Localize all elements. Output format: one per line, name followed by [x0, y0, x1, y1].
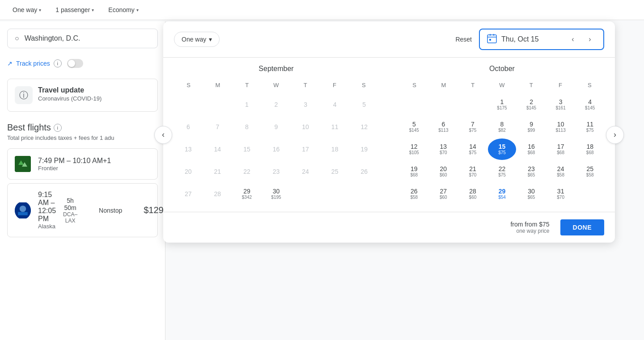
sep-header-m: M: [203, 80, 232, 90]
sep-day-headers: S M T W T F S: [174, 80, 378, 90]
day-cell: [429, 94, 458, 115]
date-next-arrow[interactable]: ›: [584, 33, 596, 46]
day-cell[interactable]: 28: [203, 183, 232, 205]
day-cell[interactable]: 6: [174, 116, 203, 138]
svg-rect-5: [490, 34, 491, 36]
travel-update-icon: ⓘ: [15, 86, 33, 104]
day-cell[interactable]: 26: [350, 161, 378, 182]
trip-type-arrow: ▾: [39, 8, 41, 13]
day-cell[interactable]: 7: [203, 116, 232, 138]
day-cell[interactable]: 13: [174, 139, 203, 160]
day-cell[interactable]: 3: [291, 94, 320, 115]
day-cell-oct-12[interactable]: 12$105: [400, 139, 428, 160]
day-cell-oct-20[interactable]: 20$60: [429, 161, 458, 182]
day-cell: [174, 94, 203, 115]
day-cell[interactable]: 9: [262, 116, 291, 138]
calendar-prev-month-button[interactable]: ‹: [154, 126, 172, 144]
trip-type-dropdown[interactable]: One way ▾: [7, 4, 47, 16]
day-cell-sep-29[interactable]: 29$342: [233, 183, 261, 205]
day-cell[interactable]: 1: [233, 94, 261, 115]
track-prices-label[interactable]: Track prices: [16, 60, 50, 67]
day-cell[interactable]: 22: [233, 161, 261, 182]
day-cell-oct-10[interactable]: 10$113: [547, 116, 575, 138]
day-cell-oct-7[interactable]: 7$75: [458, 116, 487, 138]
day-cell[interactable]: 12: [350, 116, 378, 138]
track-prices-info-icon[interactable]: i: [54, 59, 62, 67]
date-input-box[interactable]: Thu, Oct 15 ‹ ›: [479, 29, 604, 50]
day-cell[interactable]: 4: [321, 94, 349, 115]
travel-update-title: Travel update: [38, 86, 102, 94]
price-amount: from $75: [525, 221, 549, 228]
day-cell-oct-17[interactable]: 17$68: [547, 139, 575, 160]
day-cell-oct-5[interactable]: 5$145: [400, 116, 428, 138]
day-cell[interactable]: 15: [233, 139, 261, 160]
cabin-class-dropdown[interactable]: Economy ▾: [103, 4, 144, 16]
price-type-text: one way price: [510, 228, 549, 234]
day-cell[interactable]: 14: [203, 139, 232, 160]
passengers-dropdown[interactable]: 1 passenger ▾: [50, 4, 99, 16]
day-cell[interactable]: 20: [174, 161, 203, 182]
day-cell-oct-23[interactable]: 23$65: [517, 161, 546, 182]
day-cell[interactable]: 16: [262, 139, 291, 160]
day-cell[interactable]: 19: [350, 139, 378, 160]
day-cell[interactable]: 27: [174, 183, 203, 205]
flight-item-alaska[interactable]: 9:15 AM – 12:05 PM Alaska 5h 50m DCA–LAX…: [7, 183, 158, 237]
day-cell-oct-6[interactable]: 6$113: [429, 116, 458, 138]
flight-item-frontier[interactable]: 7:49 PM – 10:10 AM+1 Frontier: [7, 148, 158, 180]
day-cell-oct-15[interactable]: 15$75: [488, 139, 517, 160]
day-cell-oct-16[interactable]: 16$68: [517, 139, 546, 160]
day-cell-oct-22[interactable]: 22$75: [488, 161, 517, 182]
day-cell-oct-11[interactable]: 11$75: [576, 116, 604, 138]
day-cell-oct-1[interactable]: 1$175: [488, 94, 517, 115]
day-cell-oct-8[interactable]: 8$82: [488, 116, 517, 138]
day-cell-oct-13[interactable]: 13$70: [429, 139, 458, 160]
day-cell[interactable]: 17: [291, 139, 320, 160]
day-cell-oct-25[interactable]: 25$58: [576, 161, 604, 182]
travel-update-card[interactable]: ⓘ Travel update Coronavirus (COVID-19): [7, 79, 158, 112]
day-cell-oct-31[interactable]: 31$70: [547, 183, 575, 205]
day-cell-oct-4[interactable]: 4$145: [576, 94, 604, 115]
done-button[interactable]: DONE: [560, 219, 604, 235]
svg-point-2: [20, 206, 26, 212]
day-cell[interactable]: 21: [203, 161, 232, 182]
alaska-price: $129: [144, 205, 164, 215]
track-prices-toggle[interactable]: [67, 59, 83, 68]
day-cell-oct-19[interactable]: 19$68: [400, 161, 428, 182]
origin-field[interactable]: ○ Washington, D.C.: [7, 29, 158, 48]
day-cell[interactable]: 11: [321, 116, 349, 138]
calendar-one-way-dropdown[interactable]: One way ▾: [174, 32, 220, 47]
day-cell-oct-9[interactable]: 9$99: [517, 116, 546, 138]
day-cell[interactable]: 25: [321, 161, 349, 182]
day-cell[interactable]: 8: [233, 116, 261, 138]
day-cell[interactable]: 2: [262, 94, 291, 115]
oct-header-s2: S: [575, 80, 604, 90]
day-cell[interactable]: 10: [291, 116, 320, 138]
day-cell[interactable]: 18: [321, 139, 349, 160]
day-cell-oct-24[interactable]: 24$58: [547, 161, 575, 182]
oct-header-f: F: [546, 80, 575, 90]
day-cell[interactable]: 5: [350, 94, 378, 115]
day-cell-oct-29[interactable]: 29$54: [488, 183, 517, 205]
day-cell-oct-28[interactable]: 28$60: [458, 183, 487, 205]
day-cell-oct-18[interactable]: 18$68: [576, 139, 604, 160]
day-cell-oct-2[interactable]: 2$145: [517, 94, 546, 115]
sep-header-s2: S: [349, 80, 378, 90]
reset-button[interactable]: Reset: [455, 36, 472, 43]
sep-header-w: W: [262, 80, 291, 90]
october-grid: October S M T W T F S 1$175 2$145 3$161 …: [400, 65, 604, 205]
day-cell-oct-14[interactable]: 14$75: [458, 139, 487, 160]
day-cell-oct-30[interactable]: 30$65: [517, 183, 546, 205]
day-cell-oct-26[interactable]: 26$58: [400, 183, 428, 205]
date-prev-arrow[interactable]: ‹: [567, 33, 579, 46]
best-flights-info-icon[interactable]: i: [54, 124, 62, 132]
origin-text: Washington, D.C.: [25, 34, 80, 42]
day-cell-oct-27[interactable]: 27$60: [429, 183, 458, 205]
track-icon: ↗: [7, 60, 13, 67]
day-cell-oct-3[interactable]: 3$161: [547, 94, 575, 115]
day-cell-oct-21[interactable]: 21$70: [458, 161, 487, 182]
oct-days-grid: 1$175 2$145 3$161 4$145 5$145 6$113 7$75…: [400, 94, 604, 205]
calendar-next-month-button[interactable]: ›: [606, 126, 624, 144]
day-cell[interactable]: 23: [262, 161, 291, 182]
day-cell-sep-30[interactable]: 30$195: [262, 183, 291, 205]
day-cell[interactable]: 24: [291, 161, 320, 182]
